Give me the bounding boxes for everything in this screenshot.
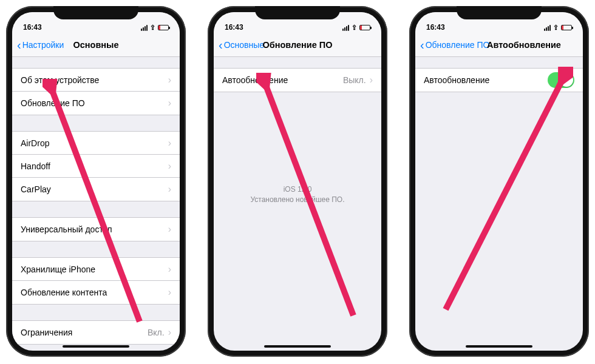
cell-value: Вкл. [148,328,165,337]
notch [255,6,340,19]
cell-auto-update[interactable]: Автообновление Выкл.› [214,69,381,92]
content[interactable]: Автообновление Выкл.› iOS 12.0 Установле… [214,57,381,351]
cell-carplay[interactable]: CarPlay› [12,178,180,201]
notch [457,6,542,19]
cell-label: Хранилище iPhone [21,265,95,274]
status-time: 16:43 [23,23,42,32]
chevron-right-icon: › [168,287,171,298]
back-button[interactable]: ‹ Основные [219,39,264,51]
cell-label: Автообновление [222,75,288,85]
nav-bar: ‹ Обновление ПО Автообновление [415,33,583,57]
chevron-right-icon: › [168,264,171,275]
cell-label: Универсальный доступ [21,224,112,234]
list-group: AirDrop› Handoff› CarPlay› [12,131,180,201]
cell-label: CarPlay [21,184,51,194]
back-label: Обновление ПО [426,40,490,50]
chevron-right-icon: › [168,184,171,195]
phone-mock-3: 16:43 ⇪ ‹ Обновление ПО Автообновление А… [409,6,589,357]
wifi-icon: ⇪ [352,24,357,32]
cell-content-refresh[interactable]: Обновление контента› [12,281,180,304]
list-group: Автообновление Выкл.› [214,68,381,92]
chevron-left-icon: ‹ [420,39,424,51]
cell-label: Обновление контента [21,288,107,297]
back-label: Настройки [22,40,64,50]
notch [53,6,138,19]
chevron-left-icon: ‹ [17,39,21,51]
update-status: iOS 12.0 Установлено новейшее ПО. [214,184,381,205]
back-button[interactable]: ‹ Обновление ПО [420,39,489,51]
auto-update-switch[interactable] [548,72,574,88]
screen: 16:43 ⇪ ‹ Настройки Основные Об этом уст… [12,12,180,351]
status-time: 16:43 [426,23,445,32]
battery-icon [359,25,370,30]
content[interactable]: Об этом устройстве› Обновление ПО› AirDr… [12,57,180,351]
cell-label: AirDrop [21,138,49,148]
chevron-right-icon: › [168,75,171,86]
cell-handoff[interactable]: Handoff› [12,155,180,178]
screen: 16:43 ⇪ ‹ Основные Обновление ПО Автообн… [214,12,381,351]
status-icons: ⇪ [342,24,370,32]
cell-label: Об этом устройстве [21,75,99,85]
chevron-right-icon: › [370,75,373,86]
wifi-icon: ⇪ [150,24,155,32]
status-icons: ⇪ [544,24,572,32]
home-indicator[interactable] [466,345,532,348]
chevron-right-icon: › [168,327,171,338]
cell-storage[interactable]: Хранилище iPhone› [12,258,180,281]
cell-airdrop[interactable]: AirDrop› [12,132,180,155]
update-message: Установлено новейшее ПО. [226,195,369,205]
content[interactable]: Автообновление [415,57,583,351]
battery-icon [158,25,169,30]
back-label: Основные [224,40,264,50]
cell-restrictions[interactable]: ОграниченияВкл.› [12,321,180,344]
nav-bar: ‹ Настройки Основные [12,33,180,57]
screen: 16:43 ⇪ ‹ Обновление ПО Автообновление А… [415,12,583,351]
list-group: Хранилище iPhone› Обновление контента› [12,257,180,305]
cell-accessibility[interactable]: Универсальный доступ› [12,218,180,241]
wifi-icon: ⇪ [553,24,559,32]
chevron-left-icon: ‹ [219,39,223,51]
cell-value: Выкл. [343,75,366,85]
status-time: 16:43 [225,23,243,32]
list-group: Универсальный доступ› [12,217,180,241]
chevron-right-icon: › [168,138,171,149]
back-button[interactable]: ‹ Настройки [17,39,64,51]
chevron-right-icon: › [168,98,171,109]
status-icons: ⇪ [141,24,169,32]
nav-bar: ‹ Основные Обновление ПО [214,33,381,57]
battery-icon [561,25,572,30]
phone-mock-1: 16:43 ⇪ ‹ Настройки Основные Об этом уст… [6,6,186,357]
signal-icon [342,25,349,31]
cell-label: Handoff [21,161,50,171]
list-group: ОграниченияВкл.› [12,320,180,345]
ios-version: iOS 12.0 [226,184,369,195]
cell-label: Автообновление [424,75,489,85]
cell-software-update[interactable]: Обновление ПО› [12,92,180,115]
cell-auto-update-toggle: Автообновление [415,69,583,92]
chevron-right-icon: › [168,224,171,235]
signal-icon [544,25,551,31]
list-group: Автообновление [415,68,583,92]
signal-icon [141,25,148,31]
cell-label: Обновление ПО [21,98,85,108]
list-group: Об этом устройстве› Обновление ПО› [12,68,180,115]
phone-mock-2: 16:43 ⇪ ‹ Основные Обновление ПО Автообн… [208,6,387,357]
home-indicator[interactable] [264,345,331,348]
home-indicator[interactable] [63,345,129,348]
cell-about[interactable]: Об этом устройстве› [12,69,180,92]
cell-label: Ограничения [21,328,72,337]
chevron-right-icon: › [168,161,171,172]
